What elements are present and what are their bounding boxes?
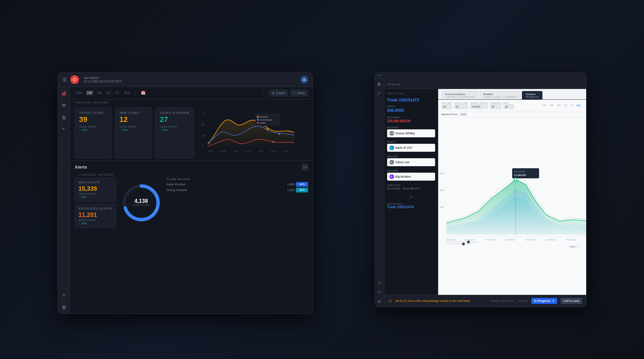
export-button[interactable]: ⬇ Export — [269, 90, 288, 96]
alerts-date-range: ( mon 11.01 - sun 11.06 ) — [75, 172, 308, 178]
booker-name: Gracie Whitley — [395, 132, 415, 135]
ct-btn-24h[interactable]: 24H — [541, 103, 548, 107]
package-schema-filter: package schema verified — [470, 102, 488, 109]
svg-point-32 — [379, 291, 380, 292]
broker-avatar: B — [389, 174, 394, 179]
svg-rect-1 — [63, 92, 64, 95]
share-button[interactable]: ↗ Share — [290, 90, 308, 96]
party-filter-select[interactable]: all — [503, 104, 514, 109]
cases-review-card: CASES IN REVIEW 27 WEEK PRIOR ↑ 10% — [155, 107, 194, 159]
time-divider: | — [135, 90, 136, 96]
currency-type-select[interactable]: all — [454, 104, 468, 109]
events-label: EVENTS — [388, 83, 401, 86]
add-to-case-button[interactable]: Add to case — [561, 298, 582, 304]
employees-select[interactable]: all — [490, 104, 501, 109]
svg-text:11.04: 11.04 — [245, 149, 251, 152]
sidebar-icon-alert[interactable]: ⚠ — [60, 291, 68, 299]
time-btn-1m[interactable]: 1M — [96, 90, 103, 95]
svg-text:0 New: 0 New — [260, 122, 266, 124]
active-cases-label: ACTIVE CASES — [79, 111, 107, 115]
cases-review-label: CASES IN REVIEW — [160, 111, 189, 115]
alerts-minimize-button[interactable]: — — [302, 164, 308, 170]
amendment-group: AMENDMENT Trade #30151474 — [387, 203, 435, 209]
tab-communications[interactable]: Communications 3 verified & 1 recommende… — [442, 91, 479, 99]
ct-btn-1q[interactable]: 1Q — [563, 103, 568, 107]
status-value: In Progress — [534, 299, 551, 303]
right-sidebar-icon-alert[interactable]: ⚠ — [376, 279, 382, 285]
status-chevron-icon: ▼ — [552, 300, 555, 303]
sidebar-icon-flag[interactable] — [60, 126, 68, 133]
more-icon[interactable]: ⋮ — [260, 90, 265, 96]
sidebar-icon-document[interactable] — [60, 114, 68, 121]
warning-icon: ⚠ — [388, 299, 392, 303]
right-sidebar-icon-doc[interactable] — [376, 81, 382, 87]
svg-text:04/30/2021: 04/30/2021 — [485, 239, 496, 241]
user-avatar[interactable]: JL — [301, 76, 308, 83]
dealer-group: DEALER SL Sahar Lee — [387, 155, 435, 166]
time-btn-all[interactable]: ALL — [123, 90, 131, 95]
status-dropdown[interactable]: In Progress ▼ — [531, 298, 557, 304]
time-btn-1q[interactable]: 1Q — [105, 90, 112, 95]
booker-label: BOOKER — [387, 126, 435, 129]
ct-btn-1m[interactable]: 1M — [556, 103, 562, 107]
market-price-label: Market Price — [442, 113, 458, 116]
chart-time-filters: 24H 1W 1M 1Q 1Y ALL — [541, 103, 583, 107]
booker-value: GW Gracie Whitley — [387, 129, 435, 137]
svg-text:11.06: 11.06 — [271, 149, 276, 152]
svg-point-20 — [257, 116, 259, 118]
tab-related-sub: 1 alerts + 1 case + 2 employees — [483, 96, 517, 98]
svg-text:50: 50 — [202, 123, 204, 126]
time-btn-1w[interactable]: 1W — [86, 90, 93, 95]
tab-timeline[interactable]: Timeline 34 instances — [522, 91, 542, 99]
party-name: Bank of UST — [395, 146, 413, 149]
cr-count-wc: 1,825 — [282, 188, 295, 192]
ct-btn-1w[interactable]: 1W — [549, 103, 555, 107]
menu-icon[interactable]: ☰ — [63, 77, 67, 82]
stats-row: ACTIVE CASES 39 WEEK PRIOR ↑ 10% NEW CAS… — [70, 105, 313, 161]
market-price-bar: Market Price USD — [438, 111, 586, 118]
ct-btn-all[interactable]: ALL — [575, 103, 583, 107]
party-group: PARTY B Bank of UST — [387, 141, 435, 152]
creation-label: CREATION — [387, 184, 435, 186]
tab-communications-sub: 3 verified & 1 recommended — [445, 96, 475, 98]
right-sidebar-icon-flag[interactable] — [376, 91, 382, 97]
right-sidebar: ⚠ — [375, 79, 384, 307]
events-header: EVENTS — [384, 79, 586, 89]
gauge-label: TOTAL CLOSED — [132, 204, 150, 207]
right-sidebar-icon-star[interactable] — [376, 298, 382, 304]
chart-panel: Communications 3 verified & 1 recommende… — [438, 89, 586, 295]
svg-text:03/31/2021: 03/31/2021 — [465, 239, 476, 241]
active-cases-value: 39 — [79, 116, 107, 123]
booker-avatar: GW — [389, 131, 394, 136]
escalated-alerts-change: ↑ 10% — [78, 222, 112, 225]
party-filter: party all — [503, 102, 514, 109]
new-alerts-label: NEW ALERTS — [78, 181, 112, 184]
story-type-select[interactable]: all — [442, 104, 452, 109]
notional-value: 158,069,969.06 — [387, 119, 435, 123]
chart-filters: story type all currency type all — [438, 100, 586, 111]
add-button[interactable]: + — [408, 193, 414, 200]
svg-text:02/28/2021: 02/28/2021 — [446, 239, 457, 241]
time-btn-1y[interactable]: 1Y — [114, 90, 121, 95]
right-sidebar-icon-eye[interactable] — [376, 289, 382, 295]
sidebar-icon-clipboard[interactable] — [60, 304, 68, 311]
sidebar-icon-chart[interactable] — [60, 90, 68, 97]
cases-review-week: WEEK PRIOR — [160, 125, 189, 128]
main-content: 24H 1W 1M 1Q 1Y ALL | 📅 ⋮ ⬇ Export — [70, 87, 313, 314]
sidebar-icon-messages[interactable] — [60, 102, 68, 109]
tab-related[interactable]: Related 1 alerts + 1 case + 2 employees — [480, 91, 520, 99]
party-value: B Bank of UST — [387, 144, 435, 152]
cases-chart: 75 50 25 0 — [197, 107, 308, 159]
creation-group: CREATION 02.12.2021 - 08:22:88 UTC — [387, 184, 435, 190]
calendar-icon[interactable]: 📅 — [141, 91, 146, 95]
package-schema-select[interactable]: verified — [470, 104, 488, 109]
ct-btn-1y[interactable]: 1Y — [569, 103, 574, 107]
svg-text:25: 25 — [202, 134, 204, 137]
svg-text:12 In Review: 12 In Review — [260, 119, 272, 121]
svg-rect-0 — [62, 93, 63, 95]
dealer-avatar: SL — [389, 160, 394, 165]
cr-bar-fp: 42% — [296, 182, 308, 187]
cr-label-fp: False Positive — [166, 183, 282, 186]
time-btn-24h[interactable]: 24H — [75, 90, 83, 95]
svg-point-9 — [267, 128, 268, 130]
